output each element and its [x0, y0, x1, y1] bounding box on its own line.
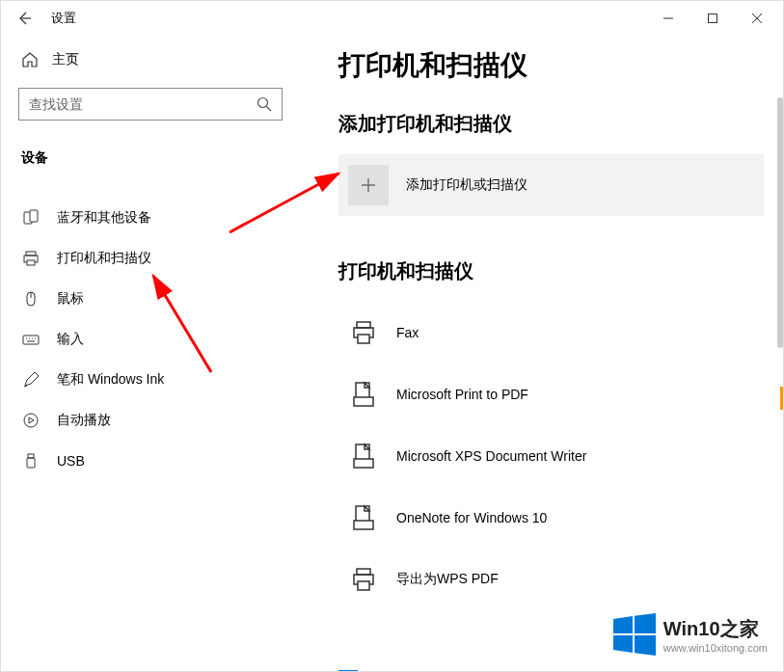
edge-marker — [780, 387, 783, 410]
sidebar: 主页 设备 蓝牙和其他设备 打印机和扫描仪 鼠标 输入 笔和 Windows I… — [1, 36, 300, 671]
arrow-left-icon — [16, 11, 32, 26]
svg-rect-20 — [28, 454, 34, 458]
device-item-fax[interactable]: Fax — [338, 302, 764, 363]
autoplay-icon — [22, 412, 40, 429]
search-icon — [257, 96, 272, 112]
sidebar-item-typing[interactable]: 输入 — [18, 319, 283, 360]
bluetooth-icon — [22, 209, 40, 227]
sidebar-item-label: 笔和 Windows Ink — [57, 371, 164, 389]
svg-rect-7 — [30, 210, 38, 222]
sidebar-item-bluetooth[interactable]: 蓝牙和其他设备 — [18, 198, 283, 238]
svg-rect-28 — [354, 397, 373, 406]
sidebar-item-label: 输入 — [57, 331, 84, 348]
back-button[interactable] — [5, 1, 43, 36]
default-printer-checkbox[interactable] — [338, 670, 358, 671]
home-icon — [21, 51, 39, 68]
device-label: Microsoft Print to PDF — [396, 387, 528, 402]
device-label: Fax — [396, 325, 419, 340]
svg-rect-35 — [358, 581, 369, 590]
list-section-title: 打印机和扫描仪 — [338, 258, 764, 284]
printer-icon — [348, 564, 379, 595]
svg-rect-24 — [357, 322, 370, 328]
minimize-button[interactable] — [646, 1, 690, 36]
document-printer-icon — [348, 441, 379, 471]
plus-icon — [348, 165, 389, 205]
sidebar-item-label: 蓝牙和其他设备 — [57, 209, 151, 227]
svg-line-5 — [267, 107, 272, 112]
svg-rect-30 — [354, 459, 373, 468]
maximize-button[interactable] — [690, 1, 735, 36]
printer-icon — [22, 250, 40, 267]
svg-rect-13 — [23, 336, 39, 344]
svg-rect-32 — [354, 521, 373, 529]
titlebar: 设置 — [1, 1, 783, 36]
document-printer-icon — [348, 502, 379, 533]
device-label: 导出为WPS PDF — [396, 571, 499, 588]
windows-logo-icon — [613, 613, 656, 656]
svg-rect-1 — [709, 14, 717, 23]
device-item-wps[interactable]: 导出为WPS PDF — [338, 549, 764, 610]
sidebar-item-usb[interactable]: USB — [18, 441, 283, 481]
home-link[interactable]: 主页 — [18, 43, 283, 76]
page-title: 打印机和扫描仪 — [338, 47, 764, 84]
sidebar-item-autoplay[interactable]: 自动播放 — [18, 400, 283, 441]
window-controls — [646, 1, 779, 36]
watermark: Win10之家 www.win10xitong.com — [613, 613, 768, 656]
document-printer-icon — [348, 379, 379, 410]
device-item-onenote[interactable]: OneNote for Windows 10 — [338, 487, 764, 549]
svg-rect-8 — [26, 252, 36, 255]
sidebar-item-pen[interactable]: 笔和 Windows Ink — [18, 360, 283, 400]
sidebar-item-label: 打印机和扫描仪 — [57, 250, 151, 267]
device-label: OneNote for Windows 10 — [396, 510, 547, 525]
sidebar-item-mouse[interactable]: 鼠标 — [18, 279, 283, 319]
category-header: 设备 — [18, 144, 283, 173]
mouse-icon — [22, 290, 40, 308]
svg-rect-21 — [27, 458, 35, 468]
svg-point-19 — [24, 414, 38, 427]
home-label: 主页 — [52, 51, 79, 68]
svg-rect-33 — [357, 569, 370, 575]
svg-rect-10 — [27, 260, 35, 265]
usb-icon — [22, 452, 40, 470]
svg-point-4 — [258, 98, 268, 108]
default-printer-checkbox-row: 让 Windows 管理默认打印机 — [338, 670, 764, 671]
sidebar-item-printers[interactable]: 打印机和扫描仪 — [18, 238, 283, 279]
device-item-xps[interactable]: Microsoft XPS Document Writer — [338, 425, 764, 487]
add-printer-label: 添加打印机或扫描仪 — [406, 176, 527, 194]
scrollbar[interactable] — [777, 97, 783, 348]
sidebar-item-label: 自动播放 — [57, 412, 111, 429]
watermark-title: Win10之家 — [663, 616, 768, 642]
main-content: 打印机和扫描仪 添加打印机和扫描仪 添加打印机或扫描仪 打印机和扫描仪 Fax … — [300, 36, 783, 671]
svg-rect-26 — [358, 335, 369, 343]
sidebar-item-label: 鼠标 — [57, 290, 84, 308]
search-field[interactable] — [29, 96, 257, 112]
close-button[interactable] — [735, 1, 779, 36]
device-label: Microsoft XPS Document Writer — [396, 448, 586, 464]
sidebar-item-label: USB — [57, 453, 85, 469]
device-item-print-pdf[interactable]: Microsoft Print to PDF — [338, 363, 764, 425]
watermark-url: www.win10xitong.com — [663, 642, 768, 654]
add-printer-button[interactable]: 添加打印机或扫描仪 — [338, 154, 764, 216]
add-section-title: 添加打印机和扫描仪 — [338, 111, 764, 137]
pen-icon — [22, 371, 40, 389]
keyboard-icon — [22, 331, 40, 348]
printer-icon — [348, 317, 379, 348]
window-title: 设置 — [43, 10, 76, 27]
search-input[interactable] — [18, 88, 283, 121]
